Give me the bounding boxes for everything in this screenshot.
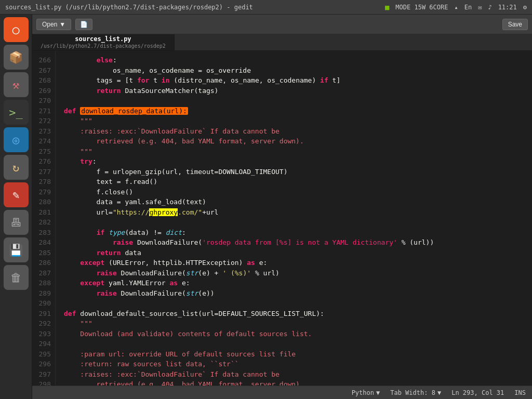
sound-icon: ♪	[488, 4, 491, 11]
sidebar-item-scanner[interactable]: 🖷	[4, 210, 29, 235]
tab-width-dropdown-icon[interactable]: ▼	[437, 389, 441, 396]
mode-label: INS	[514, 389, 526, 396]
sidebar-item-terminal[interactable]: >_	[4, 100, 29, 125]
dropdown-arrow-icon: ▼	[59, 21, 65, 28]
sidebar-item-sdcard[interactable]: 💾	[4, 237, 29, 262]
recent-icon: 📄	[80, 21, 88, 28]
sidebar: ◯ 📦 ⚒ >_ ◎ ↻ ✎ 🖷 💾 🗑	[0, 15, 32, 399]
tab-path: /usr/lib/python2.7/dist-packages/rosdep2	[41, 43, 166, 49]
save-button[interactable]: Save	[502, 19, 528, 30]
open-button[interactable]: Open ▼	[36, 19, 71, 30]
code-content[interactable]: else: os_name, os_codename = os_override…	[56, 51, 532, 385]
insert-mode: INS	[514, 389, 526, 396]
language-label: Python	[352, 389, 374, 396]
sidebar-item-trash[interactable]: 🗑	[4, 265, 29, 290]
sidebar-item-settings[interactable]: ⚒	[4, 72, 29, 97]
tab-width-selector[interactable]: Tab Width: 8 ▼	[390, 389, 441, 396]
language-selector[interactable]: Python ▼	[352, 389, 380, 396]
sidebar-item-update[interactable]: ↻	[4, 155, 29, 180]
tab-filename: sources_list.py	[75, 35, 131, 43]
recent-files-button[interactable]: 📄	[75, 19, 92, 30]
language-dropdown-icon[interactable]: ▼	[376, 389, 380, 396]
sidebar-item-ubuntu[interactable]: ◯	[4, 17, 29, 42]
wifi-icon: ▴	[454, 4, 458, 11]
position-label: Ln 293, Col 31	[451, 389, 504, 396]
email-icon: ✉	[478, 4, 482, 11]
editor-area: Open ▼ 📄 Save sources_list.py /usr/lib/p…	[32, 15, 532, 399]
tab-width-label: Tab Width: 8	[390, 389, 435, 396]
sidebar-item-files[interactable]: 📦	[4, 45, 29, 70]
title-bar: sources_list.py (/usr/lib/python2.7/dist…	[0, 0, 532, 15]
tab-bar: sources_list.py /usr/lib/python2.7/dist-…	[32, 34, 532, 51]
sidebar-item-notes[interactable]: ✎	[4, 182, 29, 207]
settings-icon[interactable]: ⚙	[523, 4, 527, 11]
window-title: sources_list.py (/usr/lib/python2.7/dist…	[5, 4, 253, 11]
status-bar: Python ▼ Tab Width: 8 ▼ Ln 293, Col 31 I…	[32, 385, 532, 399]
code-editor[interactable]: 266 267 268 269 270 271 272 273 274 275 …	[32, 51, 532, 385]
toolbar: Open ▼ 📄 Save	[32, 15, 532, 34]
active-tab[interactable]: sources_list.py /usr/lib/python2.7/dist-…	[32, 34, 175, 50]
gpu-icon: ■	[385, 3, 389, 11]
title-bar-right: ■ MODE 15W 6CORE ▴ En ✉ ♪ 11:21 ⚙	[385, 3, 527, 11]
open-label: Open	[42, 21, 57, 28]
time-label: 11:21	[498, 4, 517, 11]
sidebar-item-browser[interactable]: ◎	[4, 127, 29, 152]
lang-label: En	[464, 4, 472, 11]
gpu-label: MODE 15W 6CORE	[395, 4, 448, 11]
main-layout: ◯ 📦 ⚒ >_ ◎ ↻ ✎ 🖷 💾 🗑 Open ▼ 📄 Save sourc…	[0, 15, 532, 399]
cursor-position: Ln 293, Col 31	[451, 389, 504, 396]
line-numbers: 266 267 268 269 270 271 272 273 274 275 …	[32, 51, 56, 385]
